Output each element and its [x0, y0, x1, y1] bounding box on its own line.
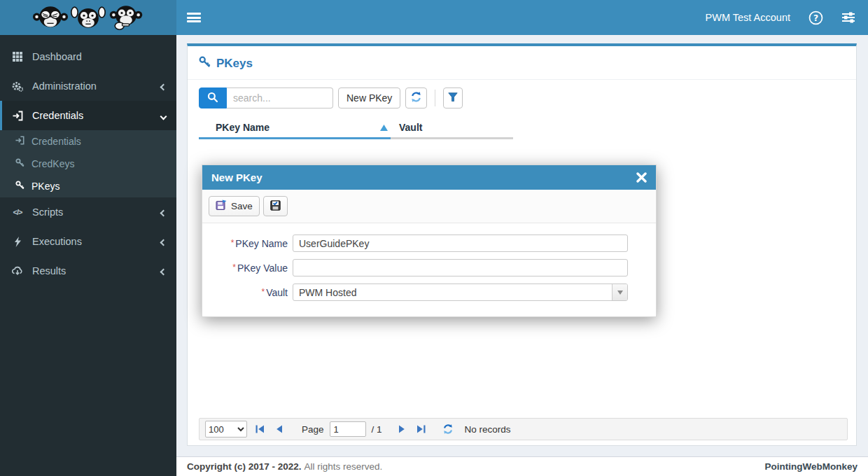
- column-header-vault[interactable]: Vault: [391, 122, 513, 139]
- sidebar-item-executions[interactable]: Executions: [0, 227, 176, 256]
- filter-funnel-icon: [448, 92, 458, 104]
- modal-title: New PKey: [211, 172, 262, 183]
- key-icon: [15, 181, 24, 192]
- monkey-pointing-icon: [108, 3, 144, 32]
- search-input[interactable]: [227, 88, 333, 108]
- sidebar-item-label: Credentials: [32, 110, 83, 121]
- key-icon: [15, 158, 24, 169]
- pkey-value-field[interactable]: [293, 259, 628, 276]
- refresh-icon[interactable]: [441, 422, 455, 436]
- sidebar-subitem-label: PKeys: [31, 181, 59, 192]
- column-header-pkey-name[interactable]: PKey Name: [199, 122, 391, 139]
- svg-text:?: ?: [813, 12, 818, 22]
- page-number-input[interactable]: [330, 421, 366, 437]
- credentials-submenu: Credentials CredKeys PKeys: [0, 130, 176, 197]
- sidebar-item-label: Executions: [32, 236, 82, 247]
- close-icon[interactable]: [636, 172, 647, 183]
- sidebar-item-label: Administration: [32, 80, 97, 92]
- account-menu[interactable]: PWM Test Account: [706, 12, 790, 23]
- modal-header: New PKey: [202, 165, 656, 190]
- filter-button[interactable]: [443, 88, 463, 108]
- refresh-icon: [410, 91, 422, 105]
- search-icon: [207, 92, 218, 105]
- sidebar-subitem-credkeys[interactable]: CredKeys: [0, 153, 176, 175]
- dropdown-arrow-icon[interactable]: [612, 284, 627, 300]
- new-pkey-modal: New PKey Save: [202, 164, 657, 317]
- page-size-select[interactable]: 100: [205, 421, 247, 438]
- logo[interactable]: [0, 0, 176, 35]
- topbar: PWM Test Account ?: [0, 0, 868, 35]
- toolbar-divider: [435, 90, 435, 106]
- last-page-icon[interactable]: [414, 422, 428, 436]
- page-title: PKeys: [216, 57, 253, 71]
- save-check-floppy-icon: [270, 200, 281, 213]
- gears-icon: [10, 81, 24, 92]
- save-button[interactable]: Save: [209, 196, 260, 216]
- monkey-hands-up-icon: [70, 3, 106, 32]
- brand-name: PointingWebMonkey: [764, 461, 858, 472]
- save-and-close-button[interactable]: [263, 196, 288, 216]
- sign-in-icon: [10, 111, 24, 121]
- sidebar-item-label: Results: [32, 265, 66, 276]
- code-icon: </>: [10, 208, 24, 216]
- dashboard-grid-icon: [10, 52, 24, 62]
- modal-body: *PKey Name *PKey Value *Vault PWM Hosted: [202, 223, 656, 316]
- chevron-left-icon: [161, 236, 166, 247]
- chevron-down-icon: [161, 110, 166, 121]
- chevron-left-icon: [161, 265, 166, 276]
- previous-page-icon[interactable]: [272, 422, 286, 436]
- new-pkey-button[interactable]: New PKey: [338, 88, 400, 108]
- pagination-bar: 100 Page / 1: [199, 418, 848, 440]
- sign-in-icon: [15, 136, 24, 147]
- pkey-name-label: *PKey Name: [202, 238, 293, 249]
- rights-text: All rights reserved.: [304, 461, 383, 472]
- refresh-button[interactable]: [405, 88, 427, 108]
- search-button[interactable]: [199, 88, 227, 108]
- pkey-value-label: *PKey Value: [202, 262, 293, 274]
- sidebar-item-label: Dashboard: [32, 51, 82, 62]
- copyright-text: Copyright (c) 2017 - 2022.: [187, 461, 302, 472]
- sidebar-subitem-label: Credentials: [31, 136, 81, 147]
- footer: Copyright (c) 2017 - 2022. All rights re…: [176, 456, 868, 476]
- settings-sliders-icon[interactable]: [841, 11, 855, 24]
- sidebar-item-administration[interactable]: Administration: [0, 71, 176, 101]
- chevron-left-icon: [161, 206, 166, 218]
- records-status: No records: [465, 424, 511, 435]
- page-label: Page: [302, 424, 324, 435]
- first-page-icon[interactable]: [253, 422, 267, 436]
- sidebar-toggle-icon[interactable]: [187, 13, 201, 22]
- sidebar-item-label: Scripts: [32, 206, 63, 218]
- sidebar-item-credentials[interactable]: Credentials: [0, 101, 176, 130]
- sidebar-subitem-credentials[interactable]: Credentials: [0, 130, 176, 153]
- monkey-see-no-evil-icon: [32, 3, 69, 32]
- sidebar-subitem-pkeys[interactable]: PKeys: [0, 175, 176, 197]
- search-group: [199, 88, 333, 108]
- panel-heading: PKeys: [188, 46, 856, 80]
- sidebar-item-dashboard[interactable]: Dashboard: [0, 42, 176, 71]
- modal-toolbar: Save: [202, 190, 656, 223]
- table-header: PKey Name Vault: [199, 122, 856, 139]
- vault-label: *Vault: [202, 287, 293, 298]
- sidebar: Dashboard Administration Credentials: [0, 35, 176, 476]
- toolbar: New PKey: [188, 80, 856, 117]
- cloud-download-icon: [10, 266, 24, 276]
- sidebar-item-results[interactable]: Results: [0, 256, 176, 286]
- sidebar-item-scripts[interactable]: </> Scripts: [0, 197, 176, 227]
- bolt-icon: [10, 237, 24, 247]
- chevron-left-icon: [161, 80, 166, 92]
- pkey-name-field[interactable]: [293, 234, 628, 252]
- top-navbar: PWM Test Account ?: [176, 0, 868, 35]
- next-page-icon[interactable]: [395, 422, 409, 436]
- vault-select[interactable]: PWM Hosted: [293, 284, 628, 301]
- help-icon[interactable]: ?: [808, 10, 823, 25]
- sort-ascending-icon: [380, 122, 388, 133]
- key-icon: [199, 56, 211, 71]
- total-pages-label: / 1: [372, 424, 382, 435]
- save-floppy-icon: [216, 200, 227, 213]
- sidebar-subitem-label: CredKeys: [31, 158, 74, 169]
